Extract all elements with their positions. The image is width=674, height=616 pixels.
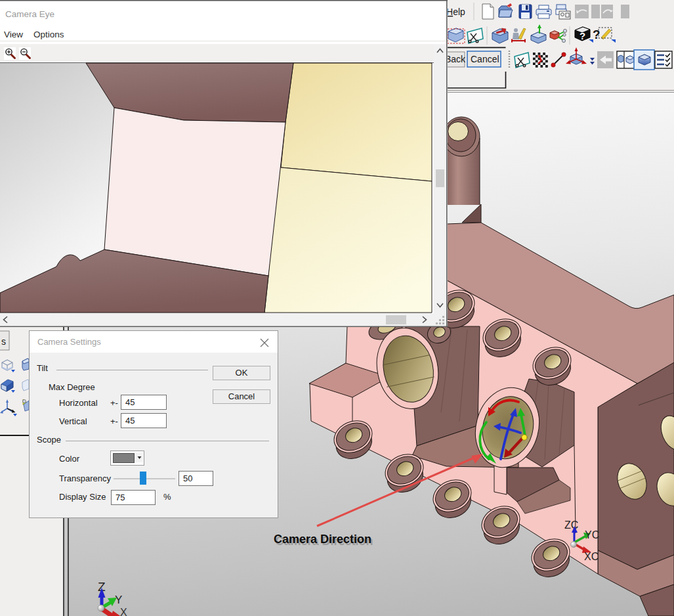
svg-text:Y: Y — [115, 594, 122, 606]
svg-text:Camera Direction: Camera Direction — [274, 533, 371, 546]
svg-text:X: X — [120, 607, 127, 616]
svg-text:View: View — [4, 30, 23, 39]
svg-text:YC: YC — [585, 529, 599, 540]
svg-text:XC: XC — [584, 551, 599, 562]
svg-text:Options: Options — [33, 30, 64, 39]
svg-text:Camera Eye: Camera Eye — [5, 9, 54, 19]
svg-text:ZC: ZC — [564, 519, 578, 531]
